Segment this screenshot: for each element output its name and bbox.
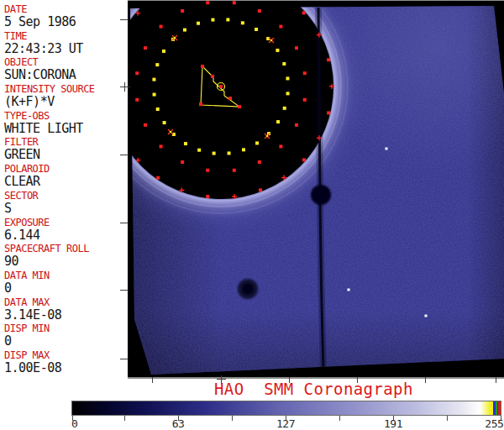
fiducial-dot: [302, 158, 306, 161]
metadata-field: POLAROIDCLEAR: [4, 163, 128, 190]
metadata-label: INTENSITY SOURCE: [4, 83, 128, 95]
fiducial-dot: [197, 22, 200, 25]
colorbar-labels: 063127191255: [0, 418, 504, 430]
fiducial-dot: [144, 123, 147, 127]
fiducial-dot: [184, 142, 187, 145]
x-marker-center: [170, 131, 171, 133]
metadata-field: DATA MIN0: [4, 270, 128, 296]
coronagraph-image: [128, 0, 504, 377]
fiducial-dot: [156, 176, 160, 180]
colorbar-tick-label: 191: [384, 418, 402, 429]
x-marker-center: [270, 39, 272, 41]
fiducial-dot: [302, 11, 306, 14]
colorbar-tick-label: 0: [71, 418, 77, 429]
fiducial-dot: [206, 1, 209, 4]
metadata-label: SPACECRAFT ROLL: [4, 243, 128, 254]
fiducial-dot: [279, 144, 282, 148]
fiducial-dot: [327, 58, 330, 61]
star-speck: [386, 148, 388, 150]
metadata-value: 6.144: [4, 228, 128, 242]
image-top-border: [128, 0, 504, 1]
metadata-label: FILTER: [4, 136, 128, 148]
fiducial-dot: [242, 148, 245, 151]
metadata-value: S: [4, 202, 128, 215]
fiducial-dot: [197, 149, 201, 152]
aim-dot: [238, 105, 241, 108]
metadata-field: TYPE-OBSWHITE LIGHT: [4, 110, 128, 137]
fiducial-dot: [206, 169, 209, 172]
metadata-field: INTENSITY SOURCE(K+F)*V: [4, 83, 128, 110]
fiducial-dot: [259, 188, 262, 191]
colorbar-tick-label: 127: [276, 418, 295, 429]
metadata-field: TIME22:43:23 UT: [4, 30, 128, 57]
fiducial-dot: [279, 25, 282, 29]
star-speck: [348, 289, 350, 291]
metadata-label: TIME: [4, 30, 128, 42]
fiducial-dot: [206, 195, 209, 198]
fiducial-dot: [327, 111, 330, 114]
fiducial-dot: [153, 93, 156, 97]
metadata-value: CLEAR: [4, 175, 128, 188]
metadata-field: DISP MAX1.00E-08: [4, 349, 128, 376]
metadata-field: SPACECRAFT ROLL90: [4, 243, 128, 270]
metadata-label: DATE: [4, 3, 128, 15]
metadata-label: DATA MIN: [4, 270, 128, 281]
fiducial-dot: [286, 76, 289, 80]
fiducial-dot: [160, 144, 163, 148]
fiducial-dot: [303, 98, 307, 102]
fiducial-dot: [181, 9, 184, 13]
x-marker-center: [266, 135, 268, 137]
fiducial-dot: [163, 121, 166, 124]
metadata-value: 3.14E-08: [4, 308, 128, 322]
aim-dot: [199, 102, 202, 106]
fiducial-dot: [241, 21, 244, 24]
metadata-label: DATA MAX: [4, 296, 128, 308]
fiducial-dot: [282, 62, 286, 66]
metadata-value: WHITE LIGHT: [4, 122, 128, 135]
fiducial-dot: [228, 151, 231, 155]
fiducial-dot: [152, 78, 155, 81]
metadata-label: DISP MAX: [4, 349, 128, 361]
fiducial-dot: [303, 71, 307, 75]
fiducial-dot: [135, 98, 139, 102]
fiducial-dot: [213, 152, 216, 155]
metadata-label: EXPOSURE: [4, 217, 128, 228]
metadata-value: 5 Sep 1986: [4, 15, 128, 29]
metadata-label: SECTOR: [4, 190, 128, 202]
metadata-value: (K+F)*V: [4, 95, 128, 108]
dark-spot-core: [242, 283, 254, 295]
metadata-field: FILTERGREEN: [4, 136, 128, 163]
metadata-value: SUN:CORONA: [4, 68, 128, 81]
metadata-value: 1.00E-08: [4, 361, 128, 375]
fiducial-dot: [295, 46, 298, 50]
metadata-field: DATE5 Sep 1986: [4, 3, 128, 30]
metadata-value: 90: [4, 254, 128, 268]
star-speck: [425, 315, 428, 317]
metadata-field: DISP MIN0: [4, 322, 128, 349]
fiducial-dot: [276, 120, 280, 123]
metadata-label: POLAROID: [4, 163, 128, 175]
fiducial-dot: [226, 18, 229, 21]
fiducial-dot: [162, 50, 165, 53]
metadata-label: DISP MIN: [4, 322, 128, 334]
metadata-field: SECTORS: [4, 190, 128, 217]
fiducial-dot: [160, 25, 163, 29]
aim-dot: [201, 65, 204, 68]
instrument-title: HAO SMM Coronagraph: [214, 381, 413, 397]
metadata-value: 0: [4, 334, 128, 348]
metadata-sidebar: DATE5 Sep 1986TIME22:43:23 UTOBJECTSUN:C…: [0, 0, 128, 377]
aim-dot: [228, 97, 232, 100]
colorbar-tick-label: 255: [485, 418, 503, 429]
occulter-ball: [311, 185, 331, 205]
fiducial-dot: [258, 160, 261, 164]
fiducial-dot: [276, 49, 279, 52]
fiducial-dot: [156, 108, 160, 111]
fiducial-dot: [144, 46, 147, 50]
metadata-value: GREEN: [4, 148, 128, 161]
metadata-label: TYPE-OBS: [4, 110, 128, 122]
image-display-area: [128, 0, 504, 377]
fiducial-dot: [286, 92, 290, 95]
metadata-value: 22:43:23 UT: [4, 42, 128, 55]
x-marker-center: [174, 37, 176, 39]
fiducial-dot: [183, 29, 186, 32]
